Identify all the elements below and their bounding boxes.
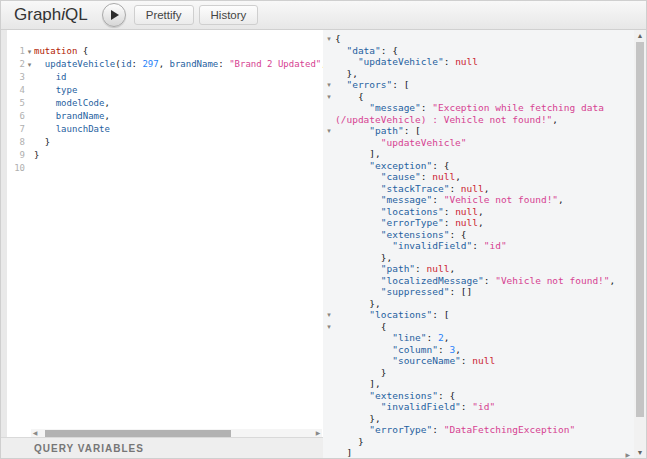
fold-arrow-icon[interactable]: ▾ [323, 91, 335, 103]
result-code-line[interactable]: "invalidField": "id" [323, 401, 634, 413]
fold-arrow-icon[interactable]: ▾ [323, 79, 335, 91]
result-code-line[interactable]: "invalidField": "id" [323, 240, 634, 252]
result-code-line[interactable]: "suppressed": [] [323, 286, 634, 298]
query-code-line[interactable]: 2▾ updateVehicle(id: 297, brandName: "Br… [1, 58, 323, 71]
query-code-line[interactable]: 6 brandName, [1, 110, 323, 123]
result-code-line[interactable]: ▾ "locations": [ [323, 309, 634, 321]
result-code-line[interactable]: "line": 2, [323, 332, 634, 344]
result-code-line[interactable]: ], [323, 378, 634, 390]
result-code-line[interactable]: "data": { [323, 45, 634, 57]
query-code-line[interactable]: 9} [1, 149, 323, 162]
result-scroll-right-icon[interactable]: ▶ [625, 451, 630, 458]
query-code-line[interactable]: 1▾mutation { [1, 45, 323, 58]
scroll-right-icon[interactable]: ▶ [314, 429, 322, 437]
line-number: 8 [7, 136, 25, 149]
code-text: ], [335, 148, 381, 160]
result-code-line[interactable]: ▾{ [323, 33, 634, 45]
result-code-line[interactable]: "cause": null, [323, 171, 634, 183]
prettify-button[interactable]: Prettify [134, 5, 194, 25]
hscroll-thumb[interactable] [45, 430, 231, 437]
result-code-line[interactable]: "updateVehicle": null [323, 56, 634, 68]
result-code-line[interactable]: }, [323, 413, 634, 425]
code-text: id [34, 71, 67, 84]
toolbar: GraphiQL Prettify History [1, 1, 646, 30]
result-code-line[interactable]: ] [323, 447, 634, 459]
code-text: type [34, 84, 77, 97]
code-text: ], [335, 378, 381, 390]
play-icon [111, 10, 119, 20]
code-text: ] [335, 447, 352, 459]
query-code-line[interactable]: 7 launchDate [1, 123, 323, 136]
scroll-up-icon[interactable]: ▲ [634, 30, 646, 42]
code-text: "updateVehicle" [335, 137, 467, 149]
vscroll-thumb[interactable] [636, 42, 644, 417]
query-code-line[interactable]: 10 [1, 162, 323, 175]
result-code-line[interactable]: "path": null, [323, 263, 634, 275]
query-editor[interactable]: 1▾mutation {2▾ updateVehicle(id: 297, br… [1, 30, 323, 437]
result-code-line[interactable]: ▾ "errors": [ [323, 79, 634, 91]
line-number: 2 [7, 58, 25, 71]
code-text: modelCode, [34, 97, 110, 110]
result-code-line[interactable]: "errorType": null, [323, 217, 634, 229]
result-code-line[interactable]: "extensions": { [323, 390, 634, 402]
result-code-line[interactable]: "exception": { [323, 160, 634, 172]
fold-arrow-icon[interactable]: ▾ [323, 321, 335, 333]
result-code-line[interactable]: ], [323, 148, 634, 160]
result-code-line[interactable]: } [323, 367, 634, 379]
result-code-line[interactable]: "extensions": { [323, 229, 634, 241]
result-code-line[interactable]: ▾ "path": [ [323, 125, 634, 137]
result-code-line[interactable]: ▾ { [323, 321, 634, 333]
line-number: 3 [7, 71, 25, 84]
query-code-line[interactable]: 4 type [1, 84, 323, 97]
code-text: "path": null, [335, 263, 455, 275]
fold-arrow-icon[interactable]: ▾ [323, 33, 335, 45]
result-code-line[interactable]: "locations": null, [323, 206, 634, 218]
result-code-line[interactable]: "stackTrace": null, [323, 183, 634, 195]
code-text: "column": 3, [335, 344, 461, 356]
scroll-left-icon[interactable]: ◀ [31, 429, 39, 437]
result-code-line[interactable]: (/updateVehicle) : Vehicle not found!", [323, 114, 634, 126]
result-code-line[interactable]: "column": 3, [323, 344, 634, 356]
result-code-line[interactable]: "message": "Exception while fetching dat… [323, 102, 634, 114]
fold-arrow-icon[interactable]: ▾ [323, 309, 335, 321]
scroll-down-icon[interactable]: ▼ [634, 447, 646, 459]
result-code-line[interactable]: }, [323, 298, 634, 310]
editor-horizontal-scrollbar[interactable]: ◀ ▶ [31, 429, 322, 437]
code-text: "cause": null, [335, 171, 461, 183]
code-text: } [335, 436, 364, 448]
line-number: 6 [7, 110, 25, 123]
code-text: { [335, 33, 341, 45]
result-code-line[interactable]: "localizedMessage": "Vehicle not found!"… [323, 275, 634, 287]
code-text: }, [335, 413, 381, 425]
window-vertical-scrollbar[interactable]: ▲ ▼ [634, 30, 646, 459]
vscroll-track[interactable] [634, 42, 646, 447]
fold-arrow-icon[interactable]: ▾ [25, 58, 34, 71]
result-code-line[interactable]: "message": "Vehicle not found!", [323, 194, 634, 206]
result-viewer[interactable]: ▾{ "data": { "updateVehicle": null },▾ "… [323, 30, 634, 459]
fold-arrow-icon[interactable]: ▾ [25, 45, 34, 58]
result-code-line[interactable]: "errorType": "DataFetchingException" [323, 424, 634, 436]
code-text: } [34, 149, 39, 162]
code-text: } [34, 136, 50, 149]
code-text: { [335, 91, 364, 103]
hscroll-track[interactable] [39, 429, 314, 437]
fold-arrow-icon[interactable]: ▾ [323, 125, 335, 137]
code-text: } [335, 367, 386, 379]
query-code-line[interactable]: 8 } [1, 136, 323, 149]
result-code-line[interactable]: "updateVehicle" [323, 137, 634, 149]
query-code-line[interactable]: 3 id [1, 71, 323, 84]
code-text: "message": "Vehicle not found!", [335, 194, 564, 206]
execute-query-button[interactable] [102, 3, 126, 27]
result-code-line[interactable]: }, [323, 68, 634, 80]
history-button[interactable]: History [199, 5, 259, 25]
result-code-line[interactable]: "sourceName": null [323, 355, 634, 367]
result-code-line[interactable]: }, [323, 252, 634, 264]
query-variables-bar[interactable]: QUERY VARIABLES [1, 437, 323, 459]
code-text: "errorType": null, [335, 217, 484, 229]
code-text: "extensions": { [335, 390, 455, 402]
query-code-line[interactable]: 5 modelCode, [1, 97, 323, 110]
result-code-line[interactable]: ▾ { [323, 91, 634, 103]
code-text: { [335, 321, 386, 333]
result-code-line[interactable]: } [323, 436, 634, 448]
code-text: }, [335, 68, 358, 80]
